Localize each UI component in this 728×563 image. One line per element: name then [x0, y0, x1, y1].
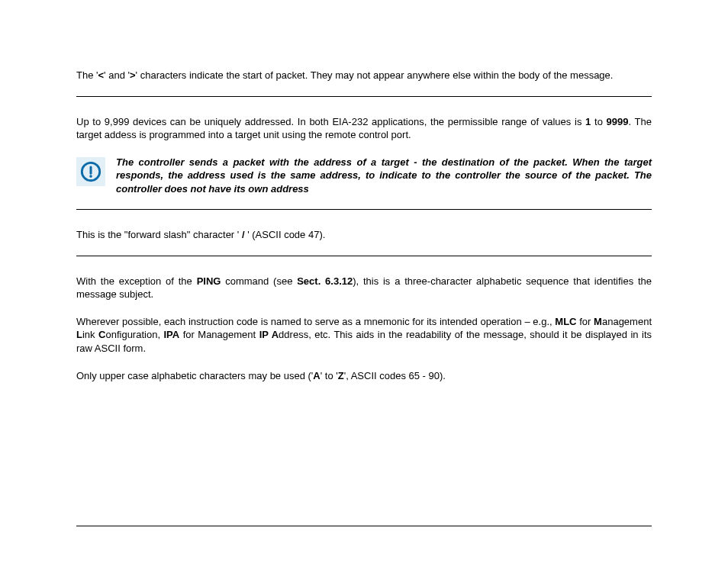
page-footer-rule: [76, 526, 652, 526]
text: ' to ': [321, 370, 338, 381]
note-callout: The controller sends a packet with the a…: [76, 156, 652, 196]
text: for Management: [179, 329, 259, 340]
text: for: [577, 316, 594, 327]
section-address-delimiter: This is the "forward slash" character ' …: [76, 228, 652, 242]
mnemonic-letter: L: [76, 329, 82, 340]
text: to: [591, 116, 606, 127]
mnemonic-letter: IP A: [259, 329, 279, 340]
text: ' characters indicate the start of packe…: [136, 69, 614, 81]
paragraph: Only upper case alphabetic characters ma…: [76, 369, 652, 383]
paragraph: With the exception of the PING command (…: [76, 275, 652, 301]
text: The ': [76, 69, 98, 81]
mnemonic-letter: M: [594, 316, 602, 327]
text: This is the "forward slash" character ': [76, 229, 242, 240]
mnemonic-ipa: IPA: [163, 329, 179, 340]
svg-point-2: [89, 175, 92, 178]
paragraph: Up to 9,999 devices can be uniquely addr…: [76, 115, 652, 142]
section-ref: Sect. 6.3.12: [297, 275, 353, 287]
info-icon: [76, 157, 105, 186]
text: onfiguration,: [105, 329, 163, 340]
text: command (see: [221, 275, 297, 287]
section-divider: [76, 96, 652, 97]
text: ' (ASCII code 47).: [245, 229, 326, 240]
text: Only upper case alphabetic characters ma…: [76, 370, 313, 381]
paragraph: Wherever possible, each instruction code…: [76, 315, 652, 355]
section-divider: [76, 256, 652, 256]
paragraph: This is the "forward slash" character ' …: [76, 228, 652, 242]
ping-command: PING: [197, 275, 221, 287]
char-A: A: [313, 370, 320, 381]
text: ink: [82, 329, 98, 340]
text: Up to 9,999 devices can be uniquely addr…: [76, 116, 585, 127]
text: anagement: [602, 316, 652, 327]
section-instruction-code: With the exception of the PING command (…: [76, 275, 652, 382]
text: With the exception of the: [76, 275, 197, 287]
note-text: The controller sends a packet with the a…: [116, 156, 652, 196]
section-start-of-packet: The '<' and '>' characters indicate the …: [76, 69, 652, 82]
bold-char-gt: >: [130, 69, 136, 81]
bold-char-lt: <: [98, 69, 105, 81]
value-max: 9999: [607, 116, 629, 127]
section-target-address: Up to 9,999 devices can be uniquely addr…: [76, 115, 652, 196]
mnemonic-mlc: MLC: [555, 316, 576, 327]
char-Z: Z: [338, 370, 344, 381]
paragraph: The '<' and '>' characters indicate the …: [76, 69, 652, 82]
text: Wherever possible, each instruction code…: [76, 316, 555, 327]
text: ', ASCII codes 65 - 90).: [344, 370, 446, 381]
text: ' and ': [104, 69, 130, 81]
section-divider: [76, 209, 652, 210]
